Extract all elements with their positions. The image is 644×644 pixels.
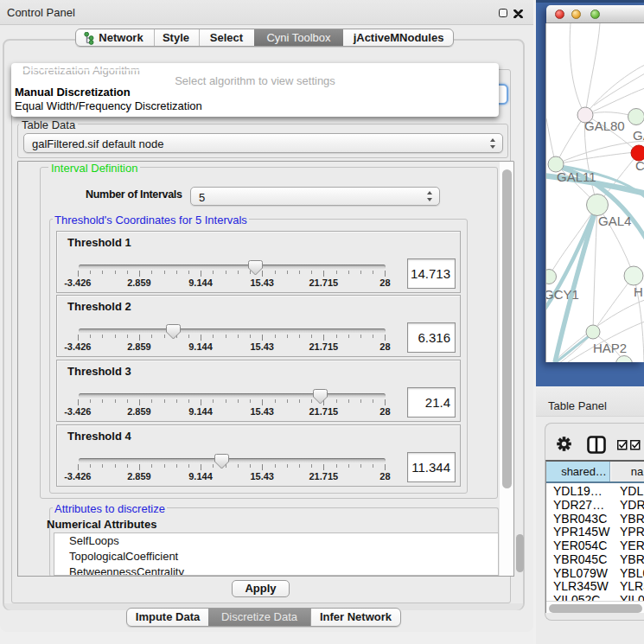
svg-text:GCY1: GCY1 [546,287,579,302]
svg-text:GA: GA [633,128,644,143]
svg-text:C: C [635,158,644,173]
svg-text:HAP2: HAP2 [593,341,627,355]
svg-text:GAL4: GAL4 [598,214,631,228]
svg-text:GAL80: GAL80 [584,118,625,133]
svg-text:GAL11: GAL11 [557,169,596,184]
svg-text:H: H [634,284,643,299]
